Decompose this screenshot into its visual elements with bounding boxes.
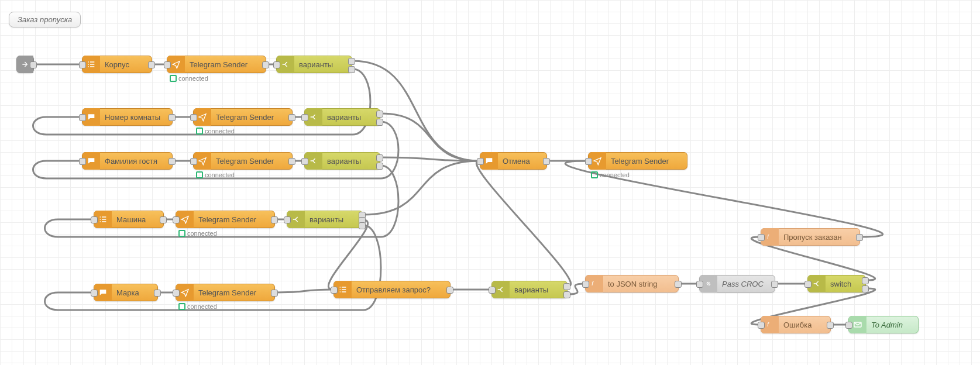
node-label: To Admin: [866, 321, 918, 329]
node-label: варианты: [294, 60, 352, 69]
input-port[interactable]: [190, 158, 197, 165]
node-mashina[interactable]: Машина: [94, 211, 164, 228]
input-port[interactable]: [173, 290, 180, 297]
node-var5[interactable]: варианты: [491, 281, 568, 298]
node-var1[interactable]: варианты: [276, 56, 352, 73]
output-port[interactable]: [348, 66, 355, 73]
output-port[interactable]: [30, 61, 37, 68]
output-port[interactable]: [675, 281, 682, 288]
node-label: варианты: [510, 285, 567, 294]
node-label: Telegram Sender: [185, 60, 266, 69]
node-ts2[interactable]: Telegram Sender: [193, 108, 293, 126]
node-toadmin[interactable]: To Admin: [848, 316, 919, 333]
input-port[interactable]: [489, 287, 496, 294]
inject-node[interactable]: [16, 56, 34, 73]
status-connected: connected: [178, 230, 217, 237]
input-port[interactable]: [758, 234, 765, 241]
input-port[interactable]: [79, 61, 86, 68]
node-switch[interactable]: switch: [807, 275, 866, 292]
output-port[interactable]: [376, 154, 383, 161]
node-familia[interactable]: Фамилия гостя: [82, 152, 173, 170]
svg-text:f: f: [592, 281, 594, 287]
input-port[interactable]: [845, 322, 852, 329]
output-port[interactable]: [154, 290, 161, 297]
status-connected: connected: [196, 171, 235, 178]
input-port[interactable]: [804, 281, 811, 288]
output-port[interactable]: [563, 291, 570, 298]
status-connected: connected: [170, 75, 208, 82]
input-port[interactable]: [331, 287, 338, 294]
status-connected: connected: [178, 303, 217, 310]
output-port[interactable]: [543, 158, 550, 165]
output-port[interactable]: [169, 114, 176, 121]
input-port[interactable]: [273, 61, 280, 68]
input-port[interactable]: [91, 290, 98, 297]
input-port[interactable]: [582, 281, 589, 288]
node-marka[interactable]: Марка: [94, 284, 158, 301]
output-port[interactable]: [148, 61, 155, 68]
input-port[interactable]: [79, 158, 86, 165]
node-label: switch: [826, 280, 865, 288]
node-ts6[interactable]: Telegram Sender: [588, 152, 687, 170]
input-port[interactable]: [477, 158, 484, 165]
node-label: Корпус: [100, 60, 152, 69]
node-passcroc[interactable]: Pass CROC: [699, 275, 775, 292]
output-port[interactable]: [862, 285, 869, 292]
output-port[interactable]: [856, 234, 863, 241]
node-otprav[interactable]: Отправляем запрос?: [333, 281, 451, 298]
node-tojson[interactable]: fto JSON string: [585, 275, 679, 292]
node-nomer[interactable]: Номер комнаты: [82, 108, 173, 126]
node-label: Telegram Sender: [211, 157, 292, 166]
node-oshibka[interactable]: fОшибка: [761, 316, 831, 333]
output-port[interactable]: [862, 277, 869, 284]
node-ts1[interactable]: Telegram Sender: [167, 56, 266, 73]
output-port[interactable]: [376, 111, 383, 118]
output-port[interactable]: [169, 158, 176, 165]
node-label: Отправляем запрос?: [352, 285, 450, 294]
subflow-tab[interactable]: Заказ пропуска: [9, 12, 81, 27]
output-port[interactable]: [348, 58, 355, 65]
output-port[interactable]: [160, 216, 167, 223]
input-port[interactable]: [696, 281, 703, 288]
output-port[interactable]: [359, 222, 366, 229]
node-var4[interactable]: варианты: [287, 211, 363, 228]
node-otmena[interactable]: Отмена: [480, 152, 547, 170]
output-port[interactable]: [376, 119, 383, 126]
node-var3[interactable]: варианты: [304, 152, 380, 170]
input-port[interactable]: [585, 158, 592, 165]
node-label: Telegram Sender: [211, 113, 292, 122]
node-zakazan[interactable]: fПропуск заказан: [761, 228, 860, 246]
input-port[interactable]: [164, 61, 171, 68]
node-label: Машина: [112, 215, 163, 224]
output-port[interactable]: [271, 216, 278, 223]
output-port[interactable]: [288, 114, 295, 121]
node-ts3[interactable]: Telegram Sender: [193, 152, 293, 170]
input-port[interactable]: [284, 216, 291, 223]
node-ts5[interactable]: Telegram Sender: [176, 284, 275, 301]
input-port[interactable]: [173, 216, 180, 223]
input-port[interactable]: [301, 114, 308, 121]
input-port[interactable]: [301, 158, 308, 165]
node-label: варианты: [322, 157, 380, 166]
status-connected: connected: [591, 171, 630, 178]
node-label: Фамилия гостя: [100, 157, 172, 166]
output-port[interactable]: [288, 158, 295, 165]
node-label: Номер комнаты: [100, 113, 172, 122]
input-port[interactable]: [190, 114, 197, 121]
output-port[interactable]: [376, 163, 383, 170]
output-port[interactable]: [827, 322, 834, 329]
node-ts4[interactable]: Telegram Sender: [176, 211, 275, 228]
input-port[interactable]: [758, 322, 765, 329]
node-label: to JSON string: [603, 280, 678, 288]
input-port[interactable]: [91, 216, 98, 223]
output-port[interactable]: [446, 287, 453, 294]
output-port[interactable]: [771, 281, 778, 288]
node-korpus[interactable]: Корпус: [82, 56, 152, 73]
status-connected: connected: [196, 128, 235, 135]
input-port[interactable]: [79, 114, 86, 121]
output-port[interactable]: [563, 283, 570, 290]
output-port[interactable]: [262, 61, 269, 68]
output-port[interactable]: [271, 290, 278, 297]
node-var2[interactable]: варианты: [304, 108, 380, 126]
node-label: Telegram Sender: [606, 157, 687, 166]
